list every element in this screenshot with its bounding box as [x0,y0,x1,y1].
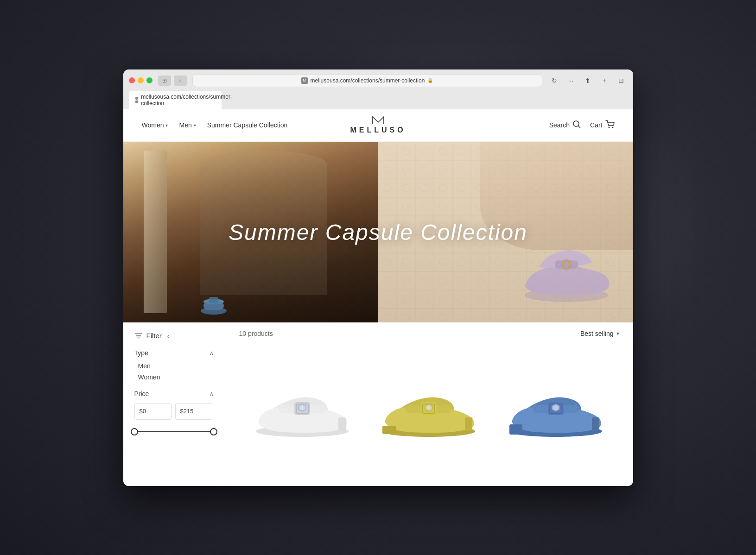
price-inputs [134,403,214,420]
more-options-button[interactable]: ··· [565,76,578,86]
browser-controls: ⊞ ‹ [158,76,187,86]
type-chevron-icon: ∧ [210,350,214,356]
url-text: mellusousa.com/collections/summer-collec… [311,77,425,84]
price-slider[interactable] [134,427,214,436]
price-filter-header[interactable]: Price ∧ [134,390,214,397]
search-button[interactable]: Search [549,120,581,130]
filter-icon [134,332,143,340]
logo-area: MELLUSO [350,116,406,134]
nav-women-label: Women [142,121,164,129]
svg-point-2 [608,127,610,128]
price-min-input[interactable] [134,403,172,420]
product-image-white-sandal [247,366,358,459]
close-button[interactable] [129,77,135,83]
cart-button[interactable]: Cart [590,120,614,130]
fullscreen-button[interactable] [146,77,152,83]
type-filter-section: Type ∧ Men Women [134,349,214,381]
cart-label: Cart [590,121,602,129]
yellow-sandal-svg [378,387,480,438]
filter-header: Filter ‹ [134,332,214,340]
sort-chevron-icon: ▾ [616,330,619,337]
share-button[interactable]: ⬆ [581,76,594,86]
nav-men[interactable]: Men ▾ [179,121,196,129]
svg-rect-39 [509,424,522,435]
price-filter-title: Price [134,390,149,397]
women-chevron-icon: ▾ [165,123,168,128]
nav-left: Women ▾ Men ▾ Summer Capsule Collection [142,121,288,129]
svg-point-3 [612,127,613,128]
store-content: Women ▾ Men ▾ Summer Capsule Collection … [123,109,633,486]
svg-rect-24 [338,417,346,431]
nav-right: Search Cart [549,120,615,130]
logo-m-icon [372,116,385,125]
filter-sidebar: Filter ‹ Type ∧ Men Women [123,322,225,486]
filter-option-women[interactable]: Women [138,373,214,381]
blue-sandal-svg [505,387,607,438]
svg-rect-32 [382,426,396,434]
type-filter-header[interactable]: Type ∧ [134,349,214,357]
new-tab-button[interactable]: + [598,76,611,86]
tab-favicon: M [301,77,308,84]
product-image-blue-sandal [500,366,611,459]
browser-top-bar: ⊞ ‹ M mellusousa.com/collections/summer-… [129,74,628,87]
browser-actions: ↻ ··· ⬆ + ⊡ [548,76,628,86]
products-area: 10 products Best selling ▾ [225,322,633,486]
store-nav: Women ▾ Men ▾ Summer Capsule Collection … [123,109,633,142]
price-chevron-icon: ∧ [210,391,214,397]
browser-window: ⊞ ‹ M mellusousa.com/collections/summer-… [123,69,633,486]
browser-chrome: ⊞ ‹ M mellusousa.com/collections/summer-… [123,69,633,109]
cart-icon [605,120,615,130]
sidebar-toggle-button[interactable]: ⊞ [158,76,171,86]
product-card[interactable] [492,359,619,472]
tab-icon: M [135,97,139,103]
type-filter-title: Type [134,349,148,357]
slider-thumb-max[interactable] [210,428,217,435]
nav-women[interactable]: Women ▾ [142,121,168,129]
address-bar[interactable]: M mellusousa.com/collections/summer-coll… [192,74,542,87]
search-label: Search [549,121,570,129]
sort-label: Best selling [580,330,614,337]
slider-fill [134,431,214,432]
brand-logo[interactable]: MELLUSO [350,126,406,134]
search-icon [572,120,581,130]
white-sandal-svg [251,387,353,438]
men-chevron-icon: ▾ [194,123,196,128]
slider-track [134,431,214,432]
price-filter-section: Price ∧ [134,390,214,436]
product-card[interactable] [366,359,492,472]
product-card[interactable] [239,359,366,472]
price-max-input[interactable] [175,403,212,420]
hero-banner: Summer Capsule Collection [123,142,633,322]
svg-rect-40 [592,417,599,431]
products-grid [225,345,633,486]
hero-title: Summer Capsule Collection [123,219,633,245]
back-button[interactable]: ‹ [174,76,187,86]
minimize-button[interactable] [138,77,144,83]
nav-men-label: Men [179,121,191,129]
svg-point-0 [573,121,579,126]
active-tab[interactable]: M mellusousa.com/collections/summer-coll… [129,91,222,109]
sidebar-right-button[interactable]: ⊡ [615,76,628,86]
product-count: 10 products [239,330,273,337]
hero-title-text: Summer Capsule Collection [229,220,527,244]
lock-icon: 🔒 [427,78,433,83]
slider-thumb-min[interactable] [131,428,138,435]
product-section: Filter ‹ Type ∧ Men Women [123,322,633,486]
product-image-yellow-sandal [373,366,485,459]
svg-line-1 [578,126,581,128]
sort-dropdown[interactable]: Best selling ▾ [580,330,619,337]
nav-collection[interactable]: Summer Capsule Collection [207,121,288,129]
traffic-lights [129,77,152,83]
filter-label[interactable]: Filter [146,332,162,340]
reload-button[interactable]: ↻ [548,76,561,86]
tab-label: mellusousa.com/collections/summer-collec… [141,94,232,107]
svg-rect-31 [465,417,472,431]
nav-collection-label: Summer Capsule Collection [207,121,288,129]
products-toolbar: 10 products Best selling ▾ [225,322,633,345]
type-filter-options: Men Women [134,362,214,381]
filter-option-men[interactable]: Men [138,362,214,370]
filter-collapse-button[interactable]: ‹ [167,332,170,340]
browser-tabs: M mellusousa.com/collections/summer-coll… [129,91,628,109]
